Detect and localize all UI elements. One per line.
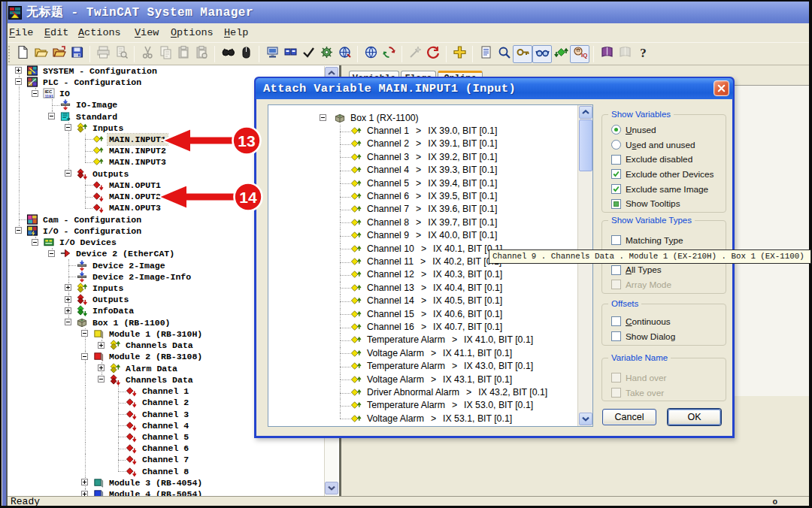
toolbar-button-check-config[interactable] (299, 45, 317, 63)
checkbox-box[interactable] (611, 235, 621, 245)
variable-list-item[interactable]: Voltage Alarm>IX 53.1, BIT [0.1] (268, 413, 592, 425)
checkbox-array-mode[interactable]: Array Mode (611, 277, 723, 292)
tree-collapse-button[interactable] (98, 376, 105, 383)
variable-list-item[interactable]: Voltage Alarm>IX 41.1, BIT [0.1] (268, 347, 592, 360)
tree-item-label[interactable]: Channel 13>IX 40.4, BIT [0.1] (367, 283, 502, 294)
dialog-titlebar[interactable]: Attach Variable MAIN.INPUT1 (Input) (256, 78, 733, 99)
menu-item-view[interactable]: View (135, 26, 171, 40)
scroll-thumb[interactable] (579, 119, 592, 171)
variable-list-item[interactable]: Temperature Alarm>IX 41.0, BIT [0.1] (268, 334, 592, 346)
tree-item-label[interactable]: MAIN.INPUT3 (109, 156, 166, 168)
tree-item-label[interactable]: Temperature Alarm>IX 53.0, BIT [0.1] (367, 400, 533, 411)
tree-item-label[interactable]: Device 2-Image (92, 260, 165, 271)
tree-item-label[interactable]: IO (59, 88, 70, 99)
variable-list-item[interactable]: Channel 1>IX 39.0, BIT [0.1] (268, 125, 592, 138)
titlebar[interactable]: 无标题 - TwinCAT System Manager (2, 2, 809, 23)
toolbar-button-cut[interactable] (138, 45, 156, 63)
tree-item-label[interactable]: MAIN.OPUT1 (109, 180, 161, 191)
tree-item-label[interactable]: Device 2-Image-Info (92, 271, 191, 283)
tree-collapse-button[interactable] (15, 227, 22, 234)
checkbox-exclude-other-devices[interactable]: Exclude other Devices (611, 167, 723, 182)
toolbar-button-io-boxes[interactable] (281, 45, 299, 63)
toolbar-button-reload-io[interactable] (335, 45, 353, 63)
checkbox-box[interactable] (611, 388, 621, 398)
checkbox-show-dialog[interactable]: Show Dialog (611, 329, 723, 344)
toolbar-button-find[interactable] (219, 45, 237, 63)
toolbar-button-glasses[interactable] (532, 45, 552, 63)
toolbar-button-mouse[interactable] (237, 45, 255, 63)
tree-item-label[interactable]: Box 1 (RX-1100) (350, 113, 419, 124)
dialog-close-button[interactable] (714, 80, 729, 96)
tree-item-label[interactable]: Module 3 (RB-4054) (109, 477, 202, 488)
checkbox-box[interactable] (611, 373, 621, 383)
tree-item-label[interactable]: I/O - Configuration (43, 225, 141, 237)
tree-item-label[interactable]: Channel 1 (142, 386, 189, 397)
tree-item-label[interactable]: Cam - Configuration (43, 214, 141, 225)
tree-collapse-button[interactable] (32, 90, 38, 97)
variable-list-item[interactable]: Channel 14>IX 40.5, BIT [0.1] (268, 295, 592, 307)
tree-item-label[interactable]: Channel 2>IX 39.1, BIT [0.1] (367, 138, 497, 150)
tree-item-label[interactable]: Device 2 (EtherCAT) (76, 248, 174, 259)
tree-item-label[interactable]: Temperature Alarm>IX 41.0, BIT [0.1] (367, 334, 533, 346)
checkbox-box[interactable] (611, 331, 621, 341)
tree-item-label[interactable]: Channel 1>IX 39.0, BIT [0.1] (367, 125, 497, 137)
tree-item-label[interactable]: InfoData (92, 305, 134, 316)
toolbar-button-add-plc[interactable] (450, 45, 468, 63)
tree-item-label[interactable]: Channel 7>IX 39.6, BIT [0.1] (367, 204, 497, 215)
variable-list-item[interactable]: Channel 8>IX 39.7, BIT [0.1] (268, 216, 592, 229)
checkbox-box[interactable] (611, 316, 621, 326)
variable-list-item[interactable]: Channel 16>IX 40.7, BIT [0.1] (268, 321, 592, 334)
tree-item-label[interactable]: Module 1 (RB-310H) (109, 328, 202, 340)
toolbar-button-restart[interactable] (424, 45, 442, 63)
tree-item-label[interactable]: Inputs (92, 283, 123, 294)
variable-list-item[interactable]: Temperature Alarm>IX 43.0, BIT [0.1] (268, 360, 592, 373)
tree-item-label[interactable]: MAIN.OPUT3 (109, 202, 161, 213)
tree-item-label[interactable]: Voltage Alarm>IX 43.1, BIT [0.1] (367, 374, 512, 386)
variable-list-item[interactable]: Channel 4>IX 39.3, BIT [0.1] (268, 164, 592, 177)
checkbox-show-tooltips[interactable]: Show Tooltips (611, 196, 723, 211)
tree-item-label[interactable]: Voltage Alarm>IX 53.1, BIT [0.1] (367, 413, 512, 425)
menu-item-edit[interactable]: Edit (44, 26, 78, 40)
project-tree-item[interactable]: Module 3 (RB-4054) (8, 477, 339, 488)
checkbox-exclude-same-image[interactable]: Exclude same Image (611, 182, 723, 197)
checkbox-box[interactable] (611, 169, 621, 179)
menu-item-actions[interactable]: Actions (78, 26, 135, 40)
variable-list-item[interactable]: Channel 2>IX 39.1, BIT [0.1] (268, 138, 592, 150)
toolbar-button-doc-list[interactable] (477, 45, 495, 63)
radio-unused[interactable]: Unused (611, 122, 723, 138)
tree-item-label[interactable]: Outputs (92, 294, 129, 305)
variable-list-item[interactable]: Temperature Alarm>IX 53.0, BIT [0.1] (268, 399, 592, 412)
tree-expand-button[interactable] (65, 284, 71, 291)
checkbox-box[interactable] (611, 155, 621, 165)
variable-list-item[interactable]: Channel 5>IX 39.4, BIT [0.1] (268, 177, 592, 190)
tree-collapse-button[interactable] (15, 78, 22, 85)
variable-list-item[interactable]: Driver Abnormal Alarm>IX 43.2, BIT [0.1] (268, 386, 592, 399)
tree-item-label[interactable]: Channel 12>IX 40.3, BIT [0.1] (367, 269, 502, 280)
tree-scroll-down-button[interactable] (325, 482, 338, 494)
tree-expand-button[interactable] (65, 296, 71, 303)
toolbar-button-wand[interactable] (406, 45, 424, 63)
tree-expand-button[interactable] (15, 67, 22, 74)
toolbar-button-generate-mappings[interactable] (317, 45, 335, 63)
tree-item-label[interactable]: Channel 14>IX 40.5, BIT [0.1] (367, 295, 502, 307)
tree-expand-button[interactable] (81, 479, 88, 485)
variable-list-item[interactable]: Channel 3>IX 39.2, BIT [0.1] (268, 151, 592, 164)
tree-item-label[interactable]: Channel 5 (142, 431, 189, 443)
checkbox-matching-type[interactable]: Matching Type (611, 233, 723, 248)
tree-item-label[interactable]: Voltage Alarm>IX 41.1, BIT [0.1] (367, 348, 512, 359)
tree-item-label[interactable]: Channel 8 (142, 466, 189, 477)
variable-list-item[interactable]: Box 1 (RX-1100) (268, 112, 592, 125)
toolbar-button-globe[interactable] (362, 45, 380, 63)
tree-item-label[interactable]: Channel 4 (142, 420, 189, 431)
toolbar-button-copy[interactable] (156, 45, 174, 63)
tree-item-label[interactable]: Channel 9>IX 40.0, BIT [0.1] (367, 230, 497, 241)
cancel-button[interactable]: Cancel (602, 409, 656, 425)
tree-item-label[interactable]: Channel 6 (142, 443, 189, 454)
toolbar-button-paste[interactable] (174, 45, 192, 63)
tree-item-label[interactable]: Channel 2 (142, 397, 189, 408)
variable-list-item[interactable]: Channel 7>IX 39.6, BIT [0.1] (268, 203, 592, 216)
tree-item-label[interactable]: Alarm Data (126, 363, 177, 374)
checkbox-box[interactable] (611, 265, 621, 275)
tree-expand-button[interactable] (98, 364, 105, 371)
tree-item-label[interactable]: I/O Devices (59, 237, 117, 248)
